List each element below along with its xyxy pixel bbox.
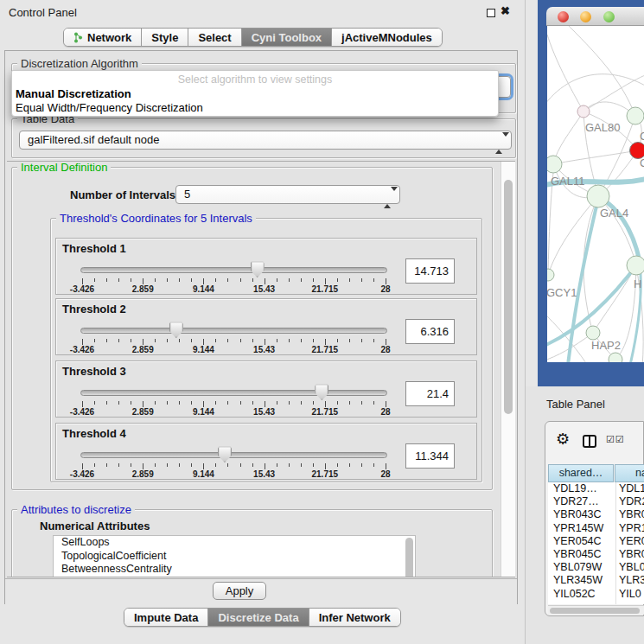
network-node[interactable] [547, 156, 562, 173]
slider-minor-tick [277, 401, 277, 405]
table-hscrollbar-thumb[interactable] [550, 608, 640, 614]
slider-handle[interactable] [251, 261, 265, 277]
checkbox-icons[interactable]: ☑☑ [606, 434, 625, 445]
slider-handle[interactable] [315, 384, 328, 400]
slider-minor-tick [313, 463, 314, 467]
minimize-window-icon[interactable] [580, 11, 591, 22]
network-canvas[interactable]: GAL80GACGAL11GAL4GCY1HHAP2 [547, 26, 644, 362]
tab-label: Impute Data [134, 611, 198, 624]
slider-tick-label: 2.859 [123, 284, 163, 294]
dropdown-item-equal-width-frequency[interactable]: Equal Width/Frequency Discretization [16, 101, 203, 114]
table-row[interactable]: YBR043CYBR0 [548, 508, 644, 521]
table-row[interactable]: YDL19…YDL1 [548, 482, 644, 495]
tab-label: Style [151, 31, 178, 44]
slider-track[interactable] [80, 328, 387, 334]
list-scrollbar-thumb[interactable] [405, 538, 413, 577]
tab-impute-data[interactable]: Impute Data [124, 609, 208, 626]
slider-minor-tick [313, 278, 314, 282]
table-data-group: Table Data galFiltered.sif default node [11, 118, 516, 158]
attribute-list-item[interactable]: BetweennessCentrality [54, 563, 415, 577]
network-node[interactable] [627, 256, 644, 275]
network-node[interactable] [586, 326, 600, 340]
zoom-window-icon[interactable] [603, 11, 615, 22]
slider-tick-label: 15.43 [245, 345, 284, 354]
slider-minor-tick [191, 339, 192, 342]
main-scrollbar-thumb[interactable] [504, 180, 513, 414]
tab-label: jActiveMNodules [341, 31, 432, 44]
slider-minor-tick [252, 278, 253, 282]
slider-minor-tick [106, 463, 107, 467]
network-edge [583, 73, 644, 112]
network-node-label: GAL11 [551, 175, 585, 188]
slider-minor-tick [240, 463, 241, 467]
table-hscrollbar[interactable] [548, 605, 644, 615]
slider-minor-tick [277, 278, 277, 282]
float-window-icon[interactable] [487, 9, 495, 17]
tab-select[interactable]: Select [188, 29, 241, 46]
tab-label: Discretize Data [218, 611, 298, 624]
table-row[interactable]: YER054CYER0 [548, 535, 644, 548]
table-row[interactable]: YLR345WYLR3 [548, 574, 644, 587]
network-node[interactable] [587, 185, 609, 207]
slider-minor-tick [301, 463, 302, 467]
tab-cyni-toolbox[interactable]: Cyni Toolbox [242, 29, 332, 46]
slider-minor-tick [240, 278, 241, 282]
slider-tick-label: 9.144 [183, 407, 223, 417]
table-row[interactable]: YPR145WYPR1 [548, 522, 644, 535]
slider-minor-tick [179, 401, 180, 405]
table-row[interactable]: YBL079WYBL0 [548, 561, 644, 574]
slider-minor-tick [313, 339, 314, 342]
table-data-select[interactable]: galFiltered.sif default node [19, 131, 512, 150]
table-data-selected-value: galFiltered.sif default node [28, 133, 159, 146]
tab-style[interactable]: Style [142, 29, 188, 46]
threshold-label: Threshold 2 [62, 303, 126, 316]
threshold-value-field[interactable]: 14.713 [405, 258, 455, 284]
network-node[interactable] [547, 269, 554, 281]
slider-handle[interactable] [169, 322, 183, 338]
slider-tick-label: -3.426 [62, 407, 102, 417]
number-of-intervals-select[interactable]: 5 [175, 185, 400, 204]
tab-discretize-data[interactable]: Discretize Data [208, 609, 309, 626]
slider-track[interactable] [80, 267, 387, 273]
column-header-shared-name[interactable]: shared… [548, 464, 614, 482]
main-scrollbar[interactable] [501, 162, 515, 577]
table-row[interactable]: YIL052CYIL0 [548, 588, 644, 601]
close-icon[interactable]: ✖ [501, 4, 510, 17]
tab-infer-network[interactable]: Infer Network [309, 609, 400, 626]
gear-icon[interactable]: ⚙ [556, 431, 570, 447]
tab-jactivemnodules[interactable]: jActiveMNodules [332, 29, 442, 46]
cell-name: YDL1 [619, 482, 644, 495]
dropdown-item-manual-discretization[interactable]: Manual Discretization [16, 87, 131, 100]
attribute-list-item[interactable]: TopologicalCoefficient [54, 550, 415, 564]
cell-name: YER0 [619, 535, 644, 548]
table-row[interactable]: YDR27…YDR2 [548, 495, 644, 508]
slider-handle[interactable] [218, 446, 232, 462]
dropdown-hint: Select algorithm to view settings [12, 73, 498, 86]
threshold-value-field[interactable]: 21.4 [405, 381, 455, 406]
slider-major-tick [386, 278, 386, 284]
slider-tick-label: -3.426 [62, 284, 102, 294]
columns-icon[interactable] [583, 435, 596, 448]
threshold-value-field[interactable]: 6.316 [405, 319, 455, 344]
number-of-intervals-label: Number of Intervals [70, 188, 175, 201]
scroll-area: Interval Definition Number of Intervals … [7, 161, 515, 577]
attribute-list-item[interactable]: SelfLoops [54, 536, 415, 550]
network-node[interactable] [577, 105, 590, 118]
numerical-attributes-list[interactable]: SelfLoopsTopologicalCoefficientBetweenne… [53, 535, 416, 577]
network-node[interactable] [627, 107, 644, 124]
slider-minor-tick [131, 278, 131, 282]
slider-track[interactable] [80, 390, 387, 396]
table-row[interactable]: YBR045CYBR0 [548, 548, 644, 561]
apply-button[interactable]: Apply [213, 582, 266, 600]
slider-minor-tick [289, 401, 290, 405]
threshold-value-field[interactable]: 11.344 [405, 443, 455, 469]
cell-shared-name: YLR345W [553, 574, 603, 587]
column-header-name[interactable]: name [615, 464, 644, 482]
network-node[interactable] [609, 353, 622, 362]
network-edge [548, 173, 553, 275]
close-window-icon[interactable] [558, 11, 569, 22]
tab-network[interactable]: Network [64, 29, 142, 46]
cell-shared-name: YBR045C [553, 548, 602, 561]
node-table[interactable]: YDL19…YDL1YDR27…YDR2YBR043CYBR0YPR145WYP… [548, 482, 644, 604]
slider-track[interactable] [80, 452, 387, 458]
